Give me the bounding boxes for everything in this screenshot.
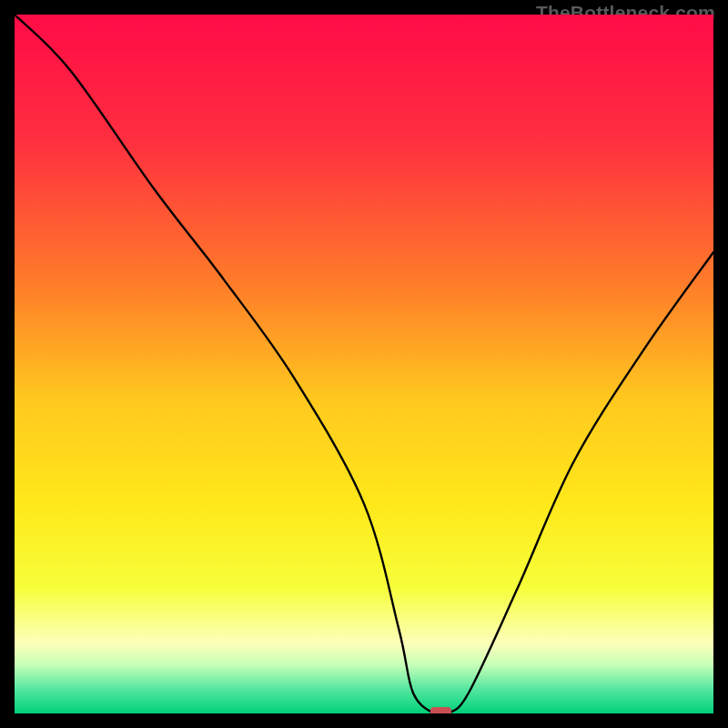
gradient-background (15, 15, 713, 713)
chart-container: TheBottleneck.com (0, 0, 728, 728)
bottleneck-chart (15, 15, 713, 713)
plot-area (15, 15, 713, 713)
optimal-marker (430, 707, 451, 713)
